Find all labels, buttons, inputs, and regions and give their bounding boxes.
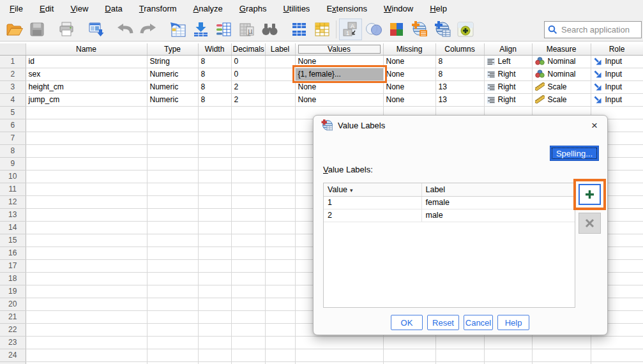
empty-cell[interactable] [198,349,231,361]
empty-cell[interactable] [26,208,147,221]
measure-cell[interactable]: Scale [532,80,591,93]
menu-edit[interactable]: Edit [31,1,62,17]
label-cell[interactable] [265,68,295,80]
descriptives-button[interactable]: μ [235,19,258,40]
empty-cell[interactable] [265,246,295,259]
label-cell[interactable] [265,80,295,93]
values-cell[interactable]: None [295,93,383,106]
missing-cell[interactable]: None [383,93,435,106]
col-header-width[interactable]: Width [198,43,231,55]
empty-cell[interactable] [484,361,532,364]
row-number[interactable]: 10 [0,170,26,183]
empty-cell[interactable] [147,195,198,208]
empty-cell[interactable] [231,106,265,119]
empty-cell[interactable] [591,336,643,349]
align-cell[interactable]: Right [484,93,532,106]
width-cell[interactable]: 8 [198,55,231,68]
name-cell[interactable]: height_cm [26,80,147,93]
row-number[interactable]: 5 [0,106,26,119]
empty-cell[interactable] [198,195,231,208]
values-cell[interactable]: {1, female}... [295,68,383,80]
type-cell[interactable]: Numeric [147,80,198,93]
use-variable-sets-button[interactable] [362,19,385,40]
empty-cell[interactable] [231,195,265,208]
empty-cell[interactable] [147,298,198,310]
menu-graphs[interactable]: Graphs [231,1,275,17]
row-number[interactable]: 25 [0,361,26,364]
empty-cell[interactable] [591,349,643,361]
empty-cell[interactable] [147,183,198,195]
label-cell[interactable]: female [421,196,575,209]
empty-cell[interactable] [147,310,198,323]
width-cell[interactable]: 8 [198,68,231,80]
col-header-missing[interactable]: Missing [383,43,435,55]
empty-cell[interactable] [147,234,198,246]
empty-cell[interactable] [198,157,231,170]
empty-cell[interactable] [198,272,231,285]
empty-cell[interactable] [147,285,198,298]
dialog-close-button[interactable]: × [587,119,601,133]
row-number[interactable]: 1 [0,55,26,68]
decimals-cell[interactable]: 0 [231,55,265,68]
empty-cell[interactable] [198,259,231,272]
empty-cell[interactable] [532,349,591,361]
col-header-columns[interactable]: Columns [435,43,484,55]
missing-cell[interactable]: None [383,80,435,93]
empty-cell[interactable] [198,298,231,310]
undo-button[interactable] [114,19,137,40]
empty-cell[interactable] [265,119,295,132]
measure-cell[interactable]: Scale [532,93,591,106]
col-header-role[interactable]: Role [591,43,643,55]
align-cell[interactable]: Right [484,68,532,80]
delete-value-button[interactable] [579,213,601,234]
row-number[interactable]: 18 [0,272,26,285]
role-cell[interactable]: Input [591,55,643,68]
empty-cell[interactable] [231,170,265,183]
measure-cell[interactable]: Nominal [532,55,591,68]
align-cell[interactable]: Right [484,80,532,93]
empty-cell[interactable] [26,323,147,336]
empty-cell[interactable] [26,285,147,298]
empty-cell[interactable] [265,310,295,323]
empty-cell[interactable] [198,106,231,119]
empty-cell[interactable] [26,132,147,144]
empty-cell[interactable] [198,132,231,144]
empty-cell[interactable] [265,183,295,195]
empty-cell[interactable] [147,259,198,272]
empty-cell[interactable] [532,361,591,364]
empty-cell[interactable] [231,285,265,298]
row-number[interactable]: 3 [0,80,26,93]
row-number[interactable]: 23 [0,336,26,349]
empty-cell[interactable] [26,119,147,132]
search-input[interactable] [560,24,638,35]
empty-cell[interactable] [147,272,198,285]
value-column-header[interactable]: Value▾ [324,183,421,196]
application-search[interactable] [544,21,642,38]
row-number[interactable]: 19 [0,285,26,298]
empty-cell[interactable] [265,349,295,361]
empty-cell[interactable] [295,349,383,361]
empty-cell[interactable] [295,336,383,349]
row-number[interactable]: 7 [0,132,26,144]
empty-cell[interactable] [484,349,532,361]
empty-cell[interactable] [265,298,295,310]
empty-cell[interactable] [147,361,198,364]
empty-cell[interactable] [26,272,147,285]
sync-tables-button[interactable] [431,19,454,40]
empty-cell[interactable] [198,183,231,195]
empty-cell[interactable] [198,221,231,234]
menu-extensions[interactable]: Extensions [318,1,375,17]
empty-cell[interactable] [231,132,265,144]
decimals-cell[interactable]: 0 [231,68,265,80]
empty-cell[interactable] [26,361,147,364]
empty-cell[interactable] [231,361,265,364]
row-number[interactable]: 24 [0,349,26,361]
empty-cell[interactable] [198,285,231,298]
col-header-measure[interactable]: Measure [532,43,591,55]
empty-cell[interactable] [231,259,265,272]
width-cell[interactable]: 8 [198,93,231,106]
empty-cell[interactable] [265,157,295,170]
recall-dialogs-button[interactable] [84,19,107,40]
empty-cell[interactable] [198,310,231,323]
empty-cell[interactable] [147,170,198,183]
